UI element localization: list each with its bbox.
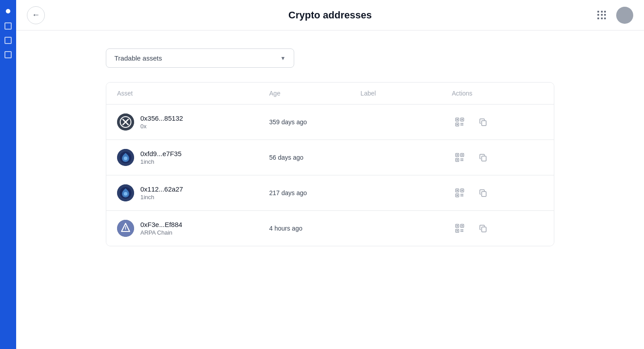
copy-button-2[interactable] [475,149,491,166]
asset-address-2: 0xfd9...e7F35 [140,150,182,157]
svg-rect-41 [462,196,464,197]
actions-cell-1 [452,114,543,130]
svg-rect-49 [461,225,463,227]
svg-rect-51 [457,230,458,231]
sidebar-item-2[interactable] [4,37,12,44]
table-row: 0x112...62a27 1inch 217 days ago [106,175,554,211]
svg-rect-25 [462,158,464,160]
sidebar-item-1[interactable] [4,22,12,30]
svg-rect-26 [461,160,462,161]
crypto-table: Asset Age Label Actions 0x356...85132 [106,82,554,246]
asset-address-1: 0x356...85132 [140,114,183,122]
filter-label: Tradable assets [114,54,162,62]
back-button[interactable]: ← [27,6,45,24]
sidebar-item-3[interactable] [4,51,12,58]
svg-rect-55 [462,231,464,232]
grid-icon [597,11,606,20]
asset-network-3: 1inch [140,194,183,201]
svg-rect-11 [462,123,464,124]
main-content: Tradable assets ▼ Asset Age Label Action… [16,31,644,264]
copy-button-1[interactable] [475,114,491,130]
svg-rect-12 [461,125,462,126]
col-label: Label [361,90,452,97]
svg-rect-5 [457,119,458,120]
svg-rect-53 [462,229,464,231]
svg-rect-52 [461,229,462,231]
svg-rect-38 [461,194,462,195]
age-cell-1: 359 days ago [269,118,361,126]
avatar[interactable] [616,7,633,24]
table-row: 0xfd9...e7F35 1inch 56 days ago [106,140,554,175]
svg-rect-37 [457,195,458,196]
asset-info-2: 0xfd9...e7F35 1inch [140,150,182,165]
asset-cell-4: 0xF3e...Ef884 ARPA Chain [117,220,269,237]
svg-rect-7 [461,119,463,120]
svg-rect-21 [461,154,463,156]
svg-rect-10 [461,123,462,124]
qr-code-button-1[interactable] [452,114,468,130]
copy-button-4[interactable] [475,220,491,236]
age-cell-2: 56 days ago [269,154,361,161]
svg-rect-28 [482,156,486,161]
asset-icon-3 [117,184,134,201]
asset-icon-4 [117,220,134,237]
svg-rect-54 [461,231,462,232]
col-age: Age [269,90,361,97]
svg-rect-23 [457,159,458,161]
header-left: ← [27,6,45,24]
svg-rect-9 [457,124,458,125]
asset-info-3: 0x112...62a27 1inch [140,185,183,201]
col-asset: Asset [117,90,269,97]
asset-info-1: 0x356...85132 0x [140,114,183,130]
header: ← Crypto addresses [16,0,644,31]
asset-icon-1 [117,113,134,131]
asset-cell-3: 0x112...62a27 1inch [117,184,269,201]
asset-cell-2: 0xfd9...e7F35 1inch [117,149,269,166]
col-actions: Actions [452,90,543,97]
svg-rect-27 [462,160,464,161]
svg-rect-13 [462,125,464,126]
asset-network-1: 0x [140,123,183,130]
svg-rect-39 [462,194,464,195]
svg-rect-14 [482,121,486,126]
actions-cell-4 [452,220,543,236]
svg-rect-42 [482,192,486,196]
asset-network-2: 1inch [140,158,182,165]
svg-point-17 [124,157,127,160]
svg-rect-56 [482,227,486,232]
header-right [593,6,633,24]
asset-cell-1: 0x356...85132 0x [117,113,269,131]
svg-rect-33 [457,190,458,191]
table-row: 0xF3e...Ef884 ARPA Chain 4 hours ago [106,211,554,246]
filter-dropdown[interactable]: Tradable assets ▼ [106,48,294,68]
svg-rect-40 [461,196,462,197]
asset-network-4: ARPA Chain [140,229,182,236]
svg-point-31 [124,192,127,196]
asset-info-4: 0xF3e...Ef884 ARPA Chain [140,221,182,236]
table-header: Asset Age Label Actions [106,83,554,105]
page-title: Crypto addresses [288,9,372,21]
svg-rect-24 [461,158,462,160]
actions-cell-3 [452,185,543,201]
age-cell-4: 4 hours ago [269,225,361,232]
table-row: 0x356...85132 0x 359 days ago [106,105,554,140]
sidebar [0,0,16,349]
actions-cell-2 [452,149,543,166]
qr-code-button-3[interactable] [452,185,468,201]
asset-icon-2 [117,149,134,166]
age-cell-3: 217 days ago [269,189,361,196]
apps-icon-button[interactable] [593,6,611,24]
chevron-down-icon: ▼ [280,55,286,61]
asset-address-3: 0x112...62a27 [140,185,183,193]
qr-code-button-4[interactable] [452,220,468,236]
asset-address-4: 0xF3e...Ef884 [140,221,182,228]
svg-rect-35 [461,190,463,191]
svg-rect-19 [457,154,458,156]
qr-code-button-2[interactable] [452,149,468,166]
svg-rect-47 [457,225,458,227]
copy-button-3[interactable] [475,185,491,201]
sidebar-dot-1 [6,9,10,13]
